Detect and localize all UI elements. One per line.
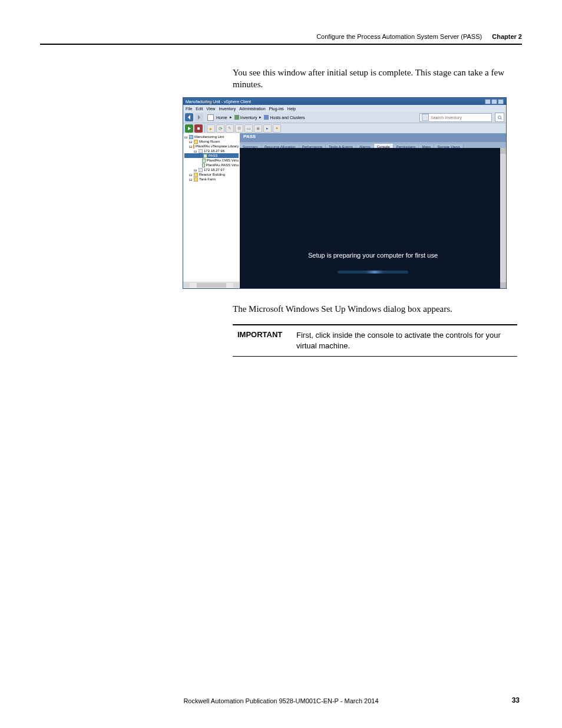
vscroll-up-arrow[interactable] [500,148,506,154]
svg-rect-2 [197,127,200,130]
page-number: 33 [512,696,520,704]
host-icon [199,149,203,153]
search-placeholder: Search Inventory [431,116,490,120]
scroll-left-arrow[interactable] [184,283,190,288]
menubar: File Edit View Inventory Administration … [183,105,506,112]
vm-icon [202,163,205,167]
cd-button[interactable]: ◉ [254,124,262,133]
floppy-button[interactable]: ▸ [263,124,272,133]
home-icon[interactable] [207,114,214,121]
tree-root[interactable]: ⊟ Manufacturing Unit [184,134,239,139]
progress-bar [338,271,408,274]
window-title: Manufacturing Unit - vSphere Client [186,100,251,104]
breadcrumb: Home ▸ Inventory ▸ Hosts and Clusters [207,114,418,121]
tree-item-label: PASS [209,154,218,157]
minimize-button[interactable] [485,99,491,104]
content-area: ⊟ Manufacturing Unit ⊟Mixing Room⊟PlantP… [183,133,506,288]
tree-item-label: Tank Farm [199,177,216,181]
svg-line-1 [501,118,502,120]
console-message: Setup is preparing your computer for fir… [308,252,438,259]
tree-item-label: PlantPAx PASS Virtu [206,163,239,167]
after-paragraph: The Microsoft Windows Set Up Windows dia… [233,303,517,315]
tree-item[interactable]: PlantPAx PASS Virtu [184,163,239,167]
suspend-button[interactable]: ▸ [207,124,215,133]
window-titlebar: Manufacturing Unit - vSphere Client [183,98,506,105]
tree-item-label: Mixing Room [199,140,220,143]
inventory-icon [234,115,239,120]
tree-item-label: PlantPAx OWS Virtu [207,159,239,162]
crumb-hosts[interactable]: Hosts and Clusters [270,116,305,120]
tree-item[interactable]: ⊟Mixing Room [184,139,239,144]
section-title: Configure the Process Automation System … [316,33,482,40]
page-header: Configure the Process Automation System … [316,33,522,40]
network-button[interactable]: ✦ [273,124,281,133]
console-button[interactable]: ▭ [244,124,253,133]
tree-item[interactable]: ⊟Tank Farm [184,177,239,182]
vscroll-down-arrow[interactable] [500,282,506,288]
callout-rule-bottom [233,356,517,357]
tree-item[interactable]: ⊟172.18.27.96 [184,149,239,153]
reset-button[interactable]: ⟳ [216,124,224,133]
menu-plugins[interactable]: Plug-ins [269,107,284,111]
maximize-button[interactable] [491,99,497,104]
folder-icon [193,144,194,149]
vm-console[interactable]: Setup is preparing your computer for fir… [240,148,506,288]
menu-view[interactable]: View [206,107,215,111]
menu-help[interactable]: Help [287,107,296,111]
important-callout: IMPORTANT First, click inside the consol… [233,324,517,357]
crumb-inventory[interactable]: Inventory [240,116,257,120]
important-message: First, click inside the console to activ… [296,330,517,351]
header-rule [40,44,522,45]
power-on-button[interactable] [185,124,193,133]
menu-inventory[interactable]: Inventory [219,107,236,111]
menu-edit[interactable]: Edit [196,107,203,111]
tree-item-label: Reactor Building [199,173,225,176]
nav-toolbar: Home ▸ Inventory ▸ Hosts and Clusters Se… [183,112,506,123]
folder-icon [194,140,198,144]
intro-paragraph: You see this window after initial setup … [233,67,517,91]
inventory-tree[interactable]: ⊟ Manufacturing Unit ⊟Mixing Room⊟PlantP… [183,133,240,288]
tree-item[interactable]: PlantPAx OWS Virtu [184,158,239,163]
crumb-home[interactable]: Home [216,116,227,120]
vm-icon [202,159,206,163]
tree-item[interactable]: ⊟Reactor Building [184,172,239,177]
tree-root-label: Manufacturing Unit [194,135,224,139]
folder-icon [194,173,198,177]
crumb-sep: ▸ [230,115,232,120]
tree-item[interactable]: ⊟172.18.27.97 [184,167,239,172]
search-button[interactable] [495,113,504,122]
vm-icon [203,154,207,158]
menu-file[interactable]: File [186,107,192,111]
tree-item-label: 172.18.27.96 [204,149,224,153]
toolbar-separator [204,124,205,133]
hosts-icon [264,115,269,120]
folder-icon [194,177,198,182]
snapshot-button[interactable]: ✎ [226,124,234,133]
close-button[interactable] [498,99,504,104]
important-label: IMPORTANT [233,330,296,351]
crumb-sep-2: ▸ [259,115,262,120]
power-off-button[interactable] [194,124,203,133]
host-icon [199,168,203,172]
tree-item-label: PlantPAx vTemplate Library [196,144,239,148]
nav-forward-button[interactable] [195,113,203,121]
scroll-thumb[interactable] [197,283,226,288]
svg-point-0 [498,116,501,118]
scroll-right-arrow[interactable] [233,283,239,288]
main-panel: PASS SummaryResource AllocationPerforman… [240,133,506,288]
edit-settings-button[interactable]: ⚙ [235,124,243,133]
search-filter-icon [422,114,429,121]
chapter-label: Chapter 2 [492,33,522,40]
search-input[interactable]: Search Inventory [419,113,492,122]
nav-back-button[interactable] [185,113,193,121]
tree-scrollbar[interactable] [183,282,240,288]
main-panel-title: PASS [240,133,506,142]
vsphere-window: Manufacturing Unit - vSphere Client File… [183,97,507,289]
tree-item-label: 172.18.27.97 [204,168,224,172]
console-vscrollbar[interactable] [500,148,506,288]
datacenter-icon [189,135,193,139]
tree-item[interactable]: PASS [184,153,239,158]
menu-administration[interactable]: Administration [239,107,265,111]
footer-publication: Rockwell Automation Publication 9528-UM0… [0,697,562,704]
tree-item[interactable]: ⊟PlantPAx vTemplate Library [184,144,239,149]
